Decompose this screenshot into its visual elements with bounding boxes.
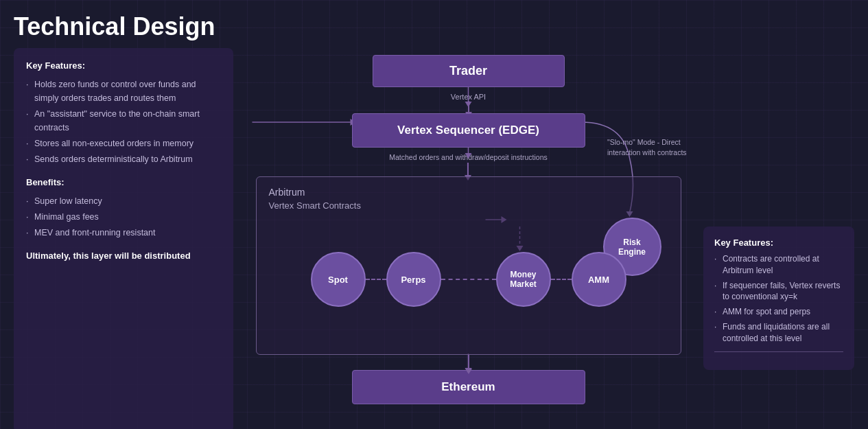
slo-mo-label: "Slo-mo" Mode - Direct interaction with …: [607, 137, 690, 157]
circles-row: Spot Perps Money Market AMM: [269, 252, 668, 307]
list-item: Stores all non-executed orders in memory: [26, 137, 221, 150]
list-item: Funds and liquidations are all controlle…: [714, 321, 843, 345]
page-title: Technical Design: [0, 0, 868, 48]
spot-circle: Spot: [311, 252, 366, 307]
sequencer-box: Vertex Sequencer (EDGE): [352, 113, 585, 148]
list-item: If sequencer fails, Vertex reverts to co…: [714, 280, 843, 303]
right-panel: Key Features: Contracts are controlled a…: [703, 227, 854, 370]
ethereum-box: Ethereum: [352, 370, 585, 404]
arbitrum-label: Arbitrum: [269, 187, 668, 198]
matched-label: Matched orders and withdraw/deposit inst…: [389, 153, 548, 161]
smart-contracts-label: Vertex Smart Contracts: [269, 200, 668, 211]
distributed-text: Ultimately, this layer will be distribut…: [26, 249, 221, 264]
list-item: An "assistant" service to the on-chain s…: [26, 107, 221, 135]
list-item: MEV and front-running resistant: [26, 226, 221, 240]
vertex-api-label: Vertex API: [451, 93, 486, 101]
key-features-list: Holds zero funds or control over funds a…: [26, 78, 221, 166]
trader-box: Trader: [373, 55, 565, 87]
money-market-circle: Money Market: [496, 252, 551, 307]
list-item: Super low latency: [26, 194, 221, 208]
benefits-list: Super low latency Minimal gas fees MEV a…: [26, 194, 221, 240]
list-item: Contracts are controlled at Arbitrum lev…: [714, 253, 843, 277]
key-features-title: Key Features:: [26, 59, 221, 73]
right-key-features-list: Contracts are controlled at Arbitrum lev…: [714, 253, 843, 345]
list-item: Sends orders deterministically to Arbitr…: [26, 152, 221, 166]
list-item: AMM for spot and perps: [714, 306, 843, 318]
arbitrum-box: Arbitrum Vertex Smart Contracts Risk Eng…: [256, 176, 681, 355]
right-key-features-title: Key Features:: [714, 237, 843, 248]
benefits-title: Benefits:: [26, 176, 221, 190]
perps-circle: Perps: [386, 252, 441, 307]
amm-circle: AMM: [572, 252, 626, 307]
list-item: Holds zero funds or control over funds a…: [26, 78, 221, 105]
list-item: Minimal gas fees: [26, 210, 221, 224]
left-panel: Key Features: Holds zero funds or contro…: [14, 48, 233, 429]
center-diagram: Trader Vertex API Vertex Sequencer (EDGE…: [240, 48, 696, 429]
